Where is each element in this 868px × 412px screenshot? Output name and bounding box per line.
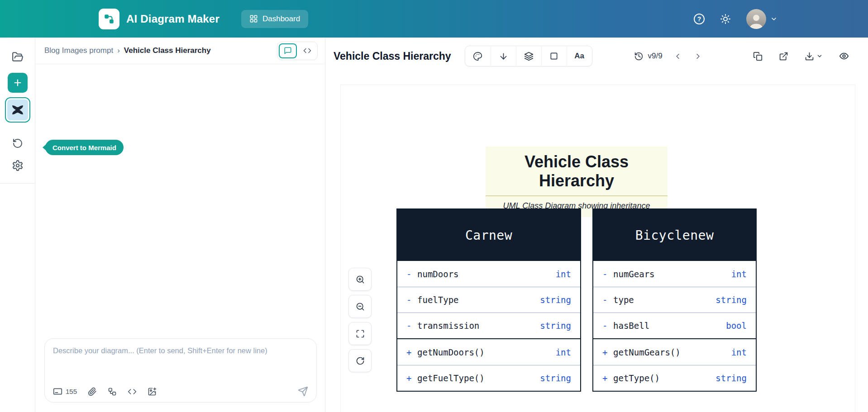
- layout-direction-button[interactable]: [491, 46, 516, 66]
- help-button[interactable]: ?: [694, 14, 705, 24]
- diagram-tool-group: Aa: [465, 46, 592, 66]
- visibility-sign: -: [602, 295, 613, 305]
- member-type: string: [540, 295, 571, 305]
- theme-toggle-button[interactable]: [720, 14, 731, 24]
- chat-bubble-icon: [284, 47, 292, 55]
- help-icon: ?: [694, 14, 705, 24]
- refresh-icon: [356, 356, 365, 365]
- chevron-right-icon: [694, 52, 702, 61]
- settings-icon: [12, 160, 24, 171]
- fit-view-button[interactable]: [348, 322, 372, 345]
- canvas-zoom-toolbar: [348, 268, 372, 372]
- class-attribute-row: - hasBell bool: [593, 313, 756, 338]
- composer-actions: 155: [53, 384, 308, 397]
- chat-message-area: [35, 64, 325, 338]
- refresh-button[interactable]: [348, 349, 372, 372]
- class-box-bicyclenew[interactable]: Bicyclenew - numGears int - type string: [592, 208, 757, 392]
- class-methods: + getNumDoors() int + getFuelType() stri…: [397, 338, 580, 391]
- sun-icon: [720, 14, 731, 24]
- plus-icon: [13, 78, 23, 88]
- diagram-title: Vehicle Class Hierarchy: [486, 147, 668, 196]
- history-icon: [634, 52, 644, 61]
- open-external-button[interactable]: [779, 52, 788, 61]
- member-type: string: [540, 321, 571, 331]
- member-name: getFuelType(): [417, 373, 485, 383]
- download-icon: [805, 52, 814, 61]
- class-attribute-row: - transmission string: [397, 313, 580, 338]
- class-attribute-row: - type string: [593, 287, 756, 313]
- attach-button[interactable]: [88, 387, 97, 396]
- font-button[interactable]: Aa: [567, 46, 592, 66]
- theme-palette-button[interactable]: [465, 46, 491, 66]
- palette-icon: [473, 52, 482, 61]
- eye-icon: [839, 51, 849, 61]
- diagram-canvas[interactable]: Vehicle Class Hierarchy UML Class Diagra…: [325, 75, 868, 412]
- shape-button[interactable]: [541, 46, 567, 66]
- diagram-logo-icon: [103, 13, 115, 25]
- zoom-in-button[interactable]: [348, 268, 372, 291]
- settings-button[interactable]: [12, 160, 24, 171]
- font-button-label: Aa: [574, 52, 584, 61]
- visibility-sign: -: [406, 269, 417, 279]
- external-link-icon: [779, 52, 788, 61]
- panel-view-toggle: [277, 42, 318, 60]
- next-version-button[interactable]: [694, 52, 702, 61]
- mermaid-tooltip: Convert to Mermaid: [45, 140, 124, 155]
- breadcrumb: Blog Images prompt › Vehicle Class Hiera…: [44, 46, 211, 55]
- version-cluster: v9/9: [634, 52, 702, 61]
- dashboard-label: Dashboard: [262, 14, 300, 24]
- visibility-sign: +: [406, 347, 417, 357]
- insert-image-button[interactable]: [148, 387, 157, 396]
- preview-button[interactable]: [839, 51, 849, 61]
- download-button[interactable]: [805, 52, 823, 61]
- body-row: Convert to Mermaid Blog Images prompt › …: [0, 38, 868, 412]
- class-method-row: + getFuelType() string: [397, 365, 580, 391]
- insert-code-button[interactable]: [128, 387, 137, 396]
- chat-view-button[interactable]: [279, 43, 297, 58]
- member-type: string: [540, 373, 571, 383]
- icon-sidebar: Convert to Mermaid: [0, 38, 35, 412]
- class-title: Bicyclenew: [593, 209, 756, 261]
- chevron-down-icon: [770, 15, 777, 23]
- copy-icon: [753, 52, 763, 61]
- class-attribute-row: - numGears int: [593, 261, 756, 287]
- convert-to-mermaid-button[interactable]: [5, 97, 30, 123]
- version-label: v9/9: [648, 52, 663, 61]
- version-history-button[interactable]: [634, 52, 644, 61]
- token-count-value: 155: [66, 388, 77, 395]
- prompt-input[interactable]: [53, 345, 308, 384]
- class-method-row: + getNumGears() int: [593, 339, 756, 365]
- diagram-title-heading: Vehicle Class Hierarchy: [334, 50, 451, 62]
- dashboard-button[interactable]: Dashboard: [241, 10, 308, 28]
- undo-history-button[interactable]: [12, 138, 23, 149]
- previous-version-button[interactable]: [673, 52, 682, 61]
- code-view-button[interactable]: [299, 43, 316, 58]
- diagram-type-button[interactable]: [108, 387, 117, 396]
- copy-button[interactable]: [753, 52, 763, 61]
- new-diagram-button[interactable]: [8, 73, 28, 93]
- member-name: transmission: [417, 321, 479, 331]
- class-attribute-row: - fuelType string: [397, 287, 580, 313]
- member-name: numDoors: [417, 269, 459, 279]
- version-nav: [673, 52, 702, 61]
- layers-button[interactable]: [516, 46, 541, 66]
- breadcrumb-project[interactable]: Blog Images prompt: [44, 46, 113, 55]
- breadcrumb-current: Vehicle Class Hierarchy: [124, 46, 211, 55]
- chevron-down-icon: [816, 53, 823, 59]
- undo-icon: [12, 138, 23, 149]
- member-name: numGears: [613, 269, 655, 279]
- app-logo: [99, 9, 119, 29]
- member-type: int: [556, 269, 571, 279]
- header-right-cluster: ?: [694, 9, 777, 29]
- projects-button[interactable]: [12, 51, 24, 63]
- send-icon: [298, 386, 308, 397]
- main-area: Vehicle Class Hierarchy: [325, 38, 868, 412]
- class-box-carnew[interactable]: Carnew - numDoors int - fuelType string: [396, 208, 581, 392]
- user-menu-button[interactable]: [746, 9, 777, 29]
- visibility-sign: -: [406, 321, 417, 331]
- zoom-out-button[interactable]: [348, 295, 372, 318]
- member-name: getNumDoors(): [417, 347, 485, 357]
- fit-view-icon: [356, 329, 365, 338]
- send-button[interactable]: [298, 386, 308, 397]
- member-name: hasBell: [613, 321, 649, 331]
